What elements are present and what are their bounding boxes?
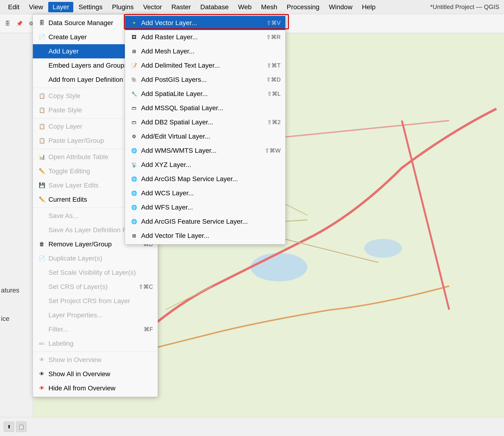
submenu-add-raster[interactable]: 🖼 Add Raster Layer... ⇧⌘R (125, 30, 285, 44)
xyz-icon: 📡 (130, 161, 138, 169)
show-all-overview-icon: 👁 (38, 370, 46, 378)
submenu-add-wms[interactable]: 🌐 Add WMS/WMTS Layer... ⇧⌘W (125, 144, 285, 158)
add-layer-submenu: ✦ Add Vector Layer... ⇧⌘V 🖼 Add Raster L… (125, 14, 286, 245)
paste-layer-icon: 📋 (38, 136, 46, 145)
data-source-icon: 🗄 (38, 19, 46, 27)
spatialite-icon: 🔧 (130, 90, 138, 98)
set-crs-icon (38, 282, 46, 291)
menu-vector[interactable]: Vector (139, 2, 166, 12)
copy-layer-icon: 📋 (38, 122, 46, 131)
arcgis-map-icon: 🌐 (130, 175, 138, 183)
menu-set-project-crs[interactable]: Set Project CRS from Layer (33, 294, 158, 308)
submenu-add-vector[interactable]: ✦ Add Vector Layer... ⇧⌘V (125, 16, 285, 30)
toolbar-icon-1[interactable]: 🗄 (2, 18, 13, 29)
menu-processing[interactable]: Processing (282, 2, 324, 12)
submenu-add-wcs[interactable]: 🌐 Add WCS Layer... (125, 186, 285, 200)
mesh-layer-icon: ⊞ (130, 47, 138, 55)
labeling-icon: abc (38, 339, 46, 348)
toolbar-icon-2[interactable]: 📌 (14, 18, 25, 29)
attribute-table-icon: 📊 (38, 153, 46, 161)
add-layer-icon (38, 47, 46, 55)
mssql-icon: 🗃 (130, 104, 138, 112)
wms-icon: 🌐 (130, 146, 138, 155)
menu-scale-visibility[interactable]: Set Scale Visibility of Layer(s) (33, 265, 158, 280)
submenu-add-db2[interactable]: 🗃 Add DB2 Spatial Layer... ⇧⌘2 (125, 115, 285, 129)
create-layer-icon: 📄 (38, 33, 46, 41)
delimited-text-icon: 📝 (130, 61, 138, 70)
save-edits-icon: 💾 (38, 181, 46, 190)
left-panel: atures ice (0, 33, 33, 436)
menu-window[interactable]: Window (324, 2, 357, 12)
submenu-add-arcgis-map[interactable]: 🌐 Add ArcGIS Map Service Layer... (125, 172, 285, 186)
menu-view[interactable]: View (25, 2, 47, 12)
menu-labeling[interactable]: abc Labeling (33, 336, 158, 351)
vector-layer-icon: ✦ (130, 19, 138, 27)
save-definition-icon (38, 226, 46, 234)
definition-icon (38, 75, 46, 84)
wcs-icon: 🌐 (130, 189, 138, 197)
menu-hide-all-overview[interactable]: 👁 Hide All from Overview (33, 381, 158, 395)
hide-all-overview-icon: 👁 (38, 384, 46, 392)
menubar: Edit View Layer Settings Plugins Vector … (0, 0, 504, 14)
layer-properties-icon (38, 311, 46, 319)
duplicate-icon: 📄 (38, 254, 46, 263)
menu-web[interactable]: Web (234, 2, 256, 12)
toggle-editing-icon: ✏️ (38, 167, 46, 175)
virtual-layer-icon: ⚙ (130, 132, 138, 141)
paste-style-icon: 📋 (38, 106, 46, 114)
bottom-icon-clipboard[interactable]: 📋 (16, 422, 27, 432)
menu-settings[interactable]: Settings (74, 2, 107, 12)
postgis-icon: 🐘 (130, 75, 138, 84)
copy-style-icon: 📋 (38, 92, 46, 100)
features-label: atures (1, 287, 19, 294)
menu-show-overview[interactable]: 👁 Show in Overview (33, 353, 158, 367)
current-edits-icon: ✏️ (38, 195, 46, 204)
submenu-add-mesh[interactable]: ⊞ Add Mesh Layer... (125, 44, 285, 58)
menu-filter[interactable]: Filter... ⌘F (33, 322, 158, 336)
menu-plugins[interactable]: Plugins (108, 2, 138, 12)
remove-layer-icon: 🗑 (38, 240, 46, 248)
raster-layer-icon: 🖼 (130, 33, 138, 41)
submenu-add-delimited[interactable]: 📝 Add Delimited Text Layer... ⇧⌘T (125, 58, 285, 73)
vector-tile-icon: ⊞ (130, 231, 138, 240)
project-crs-icon (38, 297, 46, 305)
submenu-add-mssql[interactable]: 🗃 Add MSSQL Spatial Layer... (125, 101, 285, 115)
submenu-add-spatialite[interactable]: 🔧 Add SpatiaLite Layer... ⇧⌘L (125, 87, 285, 101)
wfs-icon: 🌐 (130, 203, 138, 212)
menu-mesh[interactable]: Mesh (257, 2, 281, 12)
show-overview-icon: 👁 (38, 356, 46, 364)
menu-duplicate-layer[interactable]: 📄 Duplicate Layer(s) (33, 251, 158, 265)
menu-set-crs[interactable]: Set CRS of Layer(s) ⇧⌘C (33, 280, 158, 294)
arcgis-feature-icon: 🌐 (130, 217, 138, 226)
menu-layer-properties[interactable]: Layer Properties... (33, 308, 158, 322)
bottom-bar: ⬆ 📋 (0, 417, 504, 436)
submenu-add-vector-tile[interactable]: ⊞ Add Vector Tile Layer... (125, 229, 285, 243)
service-label: ice (1, 315, 9, 323)
menu-layer[interactable]: Layer (48, 2, 73, 12)
scale-visibility-icon (38, 268, 46, 277)
submenu-add-xyz[interactable]: 📡 Add XYZ Layer... (125, 158, 285, 172)
db2-icon: 🗃 (130, 118, 138, 127)
svg-point-1 (251, 253, 307, 281)
save-as-icon (38, 212, 46, 220)
menu-show-all-overview[interactable]: 👁 Show All in Overview (33, 367, 158, 381)
menu-raster[interactable]: Raster (167, 2, 195, 12)
svg-point-2 (364, 239, 402, 258)
submenu-add-postgis[interactable]: 🐘 Add PostGIS Layers... ⇧⌘D (125, 73, 285, 87)
submenu-add-wfs[interactable]: 🌐 Add WFS Layer... (125, 200, 285, 214)
submenu-add-virtual[interactable]: ⚙ Add/Edit Virtual Layer... (125, 129, 285, 144)
submenu-add-arcgis-feature[interactable]: 🌐 Add ArcGIS Feature Service Layer... (125, 214, 285, 229)
menu-help[interactable]: Help (358, 2, 380, 12)
menu-edit[interactable]: Edit (4, 2, 24, 12)
separator-5 (33, 352, 158, 352)
bottom-icon-up[interactable]: ⬆ (4, 422, 14, 432)
filter-icon (38, 325, 46, 334)
menu-database[interactable]: Database (196, 2, 233, 12)
window-title: *Untitled Project — QGIS (430, 3, 499, 11)
embed-icon (38, 61, 46, 70)
